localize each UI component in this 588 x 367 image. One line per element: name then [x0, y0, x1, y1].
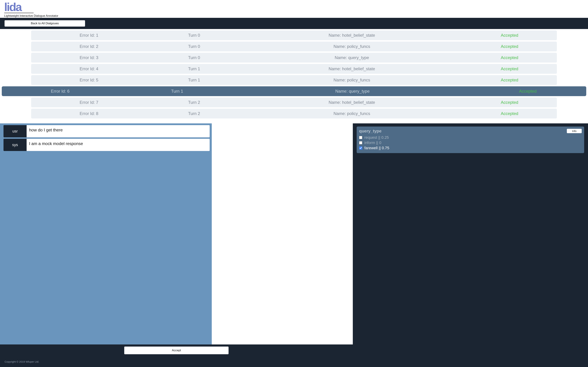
back-to-dialogues-button[interactable]: Back to All Dialgoues: [5, 20, 85, 26]
error-turn: Turn 0: [147, 55, 242, 60]
error-id: Error Id: 8: [31, 111, 147, 116]
error-status: Accepted: [462, 44, 557, 49]
error-rows: Error Id: 1Turn 0Name: hotel_belief_stat…: [0, 29, 588, 123]
error-status: Accepted: [462, 55, 557, 60]
error-name: Name: hotel_belief_state: [242, 100, 462, 105]
annotation-card: query_type Info request || 0.25inform ||…: [357, 126, 584, 153]
error-id: Error Id: 5: [31, 78, 147, 83]
dialogue-column: usrhow do I get theresysI am a mock mode…: [0, 123, 353, 356]
accept-bar: Accept: [0, 344, 353, 356]
message-role: sys: [3, 139, 26, 151]
error-row[interactable]: Error Id: 7Turn 2Name: hotel_belief_stat…: [31, 98, 557, 107]
error-status: Accepted: [462, 111, 557, 116]
error-row[interactable]: Error Id: 1Turn 0Name: hotel_belief_stat…: [31, 30, 557, 40]
annotation-header: query_type Info: [359, 129, 582, 133]
error-id: Error Id: 1: [31, 33, 147, 38]
tagline: Lightweight Interactive Dialogue Annotat…: [4, 14, 584, 17]
info-button[interactable]: Info: [567, 129, 582, 133]
dialogue-pane: usrhow do I get theresysI am a mock mode…: [0, 123, 212, 344]
logo-text: lida: [4, 2, 21, 12]
error-status: Accepted: [462, 78, 557, 83]
annotation-options: request || 0.25inform || 0farewell || 0.…: [359, 135, 582, 150]
message-text[interactable]: how do I get there: [26, 125, 210, 137]
error-row[interactable]: Error Id: 6Turn 1Name: query_typeAccepte…: [2, 86, 586, 96]
option-label: farewell || 0.75: [364, 146, 389, 150]
annotation-pane: query_type Info request || 0.25inform ||…: [353, 123, 588, 356]
copyright-text: Copyright © 2019 Wluper Ltd.: [5, 360, 39, 363]
error-name: Name: query_type: [235, 89, 469, 94]
error-turn: Turn 0: [147, 44, 242, 49]
error-row[interactable]: Error Id: 4Turn 1Name: hotel_belief_stat…: [31, 64, 557, 74]
option-label: inform || 0: [364, 141, 381, 145]
accept-button[interactable]: Accept: [124, 347, 229, 354]
footer: Copyright © 2019 Wluper Ltd.: [0, 356, 588, 367]
error-status: Accepted: [462, 100, 557, 105]
error-status: Accepted: [462, 33, 557, 38]
error-turn: Turn 2: [147, 100, 242, 105]
error-row[interactable]: Error Id: 3Turn 0Name: query_typeAccepte…: [31, 53, 557, 63]
error-name: Name: query_type: [242, 55, 462, 60]
message-role: usr: [3, 125, 26, 137]
annotation-option[interactable]: inform || 0: [359, 141, 582, 145]
error-row[interactable]: Error Id: 5Turn 1Name: policy_funcsAccep…: [31, 75, 557, 85]
error-turn: Turn 1: [147, 67, 242, 71]
annotation-option[interactable]: farewell || 0.75: [359, 146, 582, 150]
error-id: Error Id: 3: [31, 55, 147, 60]
message-row: usrhow do I get there: [3, 125, 210, 137]
message-row: sysI am a mock model response: [3, 139, 210, 151]
annotation-title: query_type: [359, 129, 381, 133]
header: lida Lightweight Interactive Dialogue An…: [0, 0, 588, 18]
option-checkbox[interactable]: [359, 146, 362, 150]
error-turn: Turn 1: [147, 78, 242, 83]
error-row[interactable]: Error Id: 8Turn 2Name: policy_funcsAccep…: [31, 109, 557, 118]
option-checkbox[interactable]: [359, 141, 362, 144]
error-name: Name: policy_funcs: [242, 111, 462, 116]
error-turn: Turn 1: [119, 89, 235, 94]
message-text[interactable]: I am a mock model response: [26, 139, 210, 151]
error-id: Error Id: 7: [31, 100, 147, 105]
toolbar: Back to All Dialgoues: [0, 18, 588, 29]
logo: lida: [4, 2, 584, 12]
lower-panes: usrhow do I get theresysI am a mock mode…: [0, 123, 588, 356]
annotation-option[interactable]: request || 0.25: [359, 135, 582, 140]
error-turn: Turn 0: [147, 33, 242, 38]
error-status: Accepted: [462, 67, 557, 71]
error-status: Accepted: [469, 89, 586, 94]
error-name: Name: policy_funcs: [242, 44, 462, 49]
error-name: Name: hotel_belief_state: [242, 33, 462, 38]
error-id: Error Id: 2: [31, 44, 147, 49]
option-label: request || 0.25: [364, 135, 389, 140]
error-id: Error Id: 6: [2, 89, 119, 94]
error-row[interactable]: Error Id: 2Turn 0Name: policy_funcsAccep…: [31, 42, 557, 51]
error-id: Error Id: 4: [31, 67, 147, 71]
error-name: Name: hotel_belief_state: [242, 67, 462, 71]
error-turn: Turn 2: [147, 111, 242, 116]
option-checkbox[interactable]: [359, 136, 362, 139]
error-name: Name: policy_funcs: [242, 78, 462, 83]
